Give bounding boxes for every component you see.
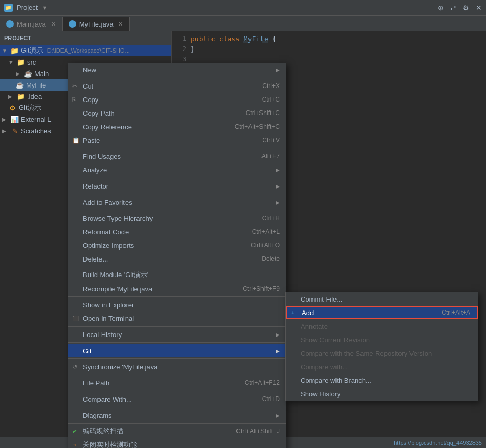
menu-compare-with[interactable]: Compare With... Ctrl+D (68, 392, 286, 406)
menu-copy-path-shortcut: Ctrl+Shift+C (246, 109, 280, 117)
separator (68, 407, 286, 407)
line-code-1: public class MyFile { (191, 35, 276, 43)
menu-refactor[interactable]: Refactor ▶ (68, 179, 286, 193)
tab-myfile-java[interactable]: MyFile.java ✕ (63, 17, 130, 31)
settings-btn[interactable]: ⚙ (463, 4, 469, 12)
separator (68, 210, 286, 210)
menu-cut-label: Cut (83, 82, 93, 90)
menu-copy-path[interactable]: Copy Path Ctrl+Shift+C (68, 106, 286, 120)
menu-analyze-label: Analyze (83, 166, 107, 174)
copy-icon: ⎘ (72, 96, 76, 103)
git-menu-annotate: Annotate (286, 319, 478, 333)
git-add-shortcut: Ctrl+Alt+A (442, 309, 470, 316)
myfile-java-tree-icon: ☕ (16, 81, 24, 89)
sidebar-header: Project (0, 31, 171, 45)
line-number-2: 2 (172, 45, 191, 53)
menu-show-explorer[interactable]: Show in Explorer (68, 298, 286, 312)
menu-add-favorites[interactable]: Add to Favorites ▶ (68, 195, 286, 209)
cut-icon: ✂ (72, 83, 77, 90)
menu-build-module-label: Build Module 'Git演示' (83, 270, 148, 280)
menu-copy-ref[interactable]: Copy Reference Ctrl+Alt+Shift+C (68, 120, 286, 133)
menu-copy[interactable]: ⎘ Copy Ctrl+C (68, 93, 286, 106)
menu-reformat[interactable]: Reformat Code Ctrl+Alt+L (68, 225, 286, 239)
tab-bar: Main.java ✕ MyFile.java ✕ (0, 16, 486, 31)
menu-paste-label: Paste (83, 136, 100, 144)
menu-reformat-shortcut: Ctrl+Alt+L (252, 228, 280, 235)
menu-browse-hierarchy-shortcut: Ctrl+H (262, 215, 280, 222)
tab-main-java[interactable]: Main.java ✕ (0, 17, 63, 31)
menu-analyze[interactable]: Analyze ▶ (68, 163, 286, 177)
line-code-2: } (191, 45, 195, 53)
add-btn[interactable]: ⊕ (438, 4, 444, 12)
menu-browse-hierarchy-label: Browse Type Hierarchy (83, 215, 153, 222)
separator (68, 296, 286, 297)
menu-find-usages-label: Find Usages (83, 153, 121, 160)
tab-main-close[interactable]: ✕ (51, 21, 56, 28)
separator (68, 178, 286, 178)
menu-recompile[interactable]: Recompile 'MyFile.java' Ctrl+Shift+F9 (68, 282, 286, 295)
tree-label-git: Git演示 (21, 46, 43, 55)
code-line-2: 2 } (172, 44, 486, 54)
separator (68, 391, 286, 391)
tab-myfile-label: MyFile.java (79, 20, 114, 28)
git-commit-label: Commit File... (301, 295, 342, 303)
paste-icon: 📋 (72, 137, 80, 144)
menu-diagrams[interactable]: Diagrams ▶ (68, 408, 286, 422)
git-menu-compare: Compare with... (286, 360, 478, 374)
context-menu: New ▶ ✂ Cut Ctrl+X ⎘ Copy Ctrl+C Copy Pa… (68, 63, 286, 448)
arrow-icon: ▶ (2, 117, 8, 122)
arrow-icon: ▼ (8, 59, 15, 65)
external-icon: 📊 (10, 115, 19, 123)
tree-label-external: External L (21, 116, 52, 123)
menu-code-scan[interactable]: ✔ 编码规约扫描 Ctrl+Alt+Shift+J (68, 425, 286, 438)
menu-optimize-imports[interactable]: Optimize Imports Ctrl+Alt+O (68, 239, 286, 252)
menu-browse-hierarchy[interactable]: Browse Type Hierarchy Ctrl+H (68, 211, 286, 225)
arrow-icon: ▶ (2, 128, 8, 134)
separator (68, 78, 286, 78)
menu-cut-shortcut: Ctrl+X (262, 82, 280, 90)
menu-copy-label: Copy (83, 96, 98, 104)
project-label: Project (17, 4, 38, 11)
close-btn[interactable]: ✕ (476, 4, 482, 12)
menu-compare-with-label: Compare With... (83, 395, 132, 403)
menu-synchronize[interactable]: ↺ Synchronize 'MyFile.java' (68, 360, 286, 374)
menu-new[interactable]: New ▶ (68, 63, 286, 77)
menu-close-detect[interactable]: ○ 关闭实时检测功能 (68, 438, 286, 448)
menu-delete[interactable]: Delete... Delete (68, 252, 286, 266)
status-url: https://blog.csdn.net/qq_44932835 (394, 440, 482, 446)
idea-folder-icon: 📁 (17, 92, 25, 101)
menu-new-label: New (83, 66, 96, 74)
menu-compare-shortcut: Ctrl+D (262, 395, 280, 403)
menu-file-path[interactable]: File Path Ctrl+Alt+F12 (68, 376, 286, 390)
menu-build-module[interactable]: Build Module 'Git演示' (68, 268, 286, 282)
add-icon: + (291, 309, 294, 316)
git-menu-add[interactable]: + Add Ctrl+Alt+A (286, 306, 478, 319)
menu-optimize-imports-label: Optimize Imports (83, 242, 134, 250)
menu-file-path-shortcut: Ctrl+Alt+F12 (245, 379, 280, 387)
submenu-arrow: ▶ (276, 67, 280, 73)
menu-optimize-shortcut: Ctrl+Alt+O (251, 242, 280, 249)
menu-paste[interactable]: 📋 Paste Ctrl+V (68, 133, 286, 147)
menu-cut[interactable]: ✂ Cut Ctrl+X (68, 79, 286, 93)
menu-local-history[interactable]: Local History ▶ (68, 328, 286, 341)
scratches-icon: ✎ (10, 127, 19, 135)
tab-myfile-close[interactable]: ✕ (118, 21, 123, 28)
src-folder-icon: 📁 (17, 58, 25, 66)
git-menu-commit[interactable]: Commit File... (286, 292, 478, 306)
menu-show-explorer-label: Show in Explorer (83, 301, 134, 309)
dropdown-icon[interactable]: ▼ (42, 5, 47, 11)
submenu-arrow: ▶ (276, 167, 280, 173)
separator (68, 267, 286, 267)
sync-icon: ↺ (72, 364, 77, 370)
git-file-icon: ⚙ (8, 104, 17, 112)
menu-open-terminal[interactable]: ⬛ Open in Terminal (68, 312, 286, 325)
menu-find-usages[interactable]: Find Usages Alt+F7 (68, 150, 286, 163)
menu-find-usages-shortcut: Alt+F7 (261, 153, 280, 160)
split-btn[interactable]: ⇄ (450, 4, 456, 12)
git-menu-show-history[interactable]: Show History (286, 387, 478, 401)
git-menu-compare-branch[interactable]: Compare with Branch... (286, 374, 478, 387)
menu-git[interactable]: Git ▶ (68, 344, 286, 357)
tree-item-git-root[interactable]: ▼ 📁 Git演示 D:\IDEA_Workspace\GIT-SHO... (0, 45, 171, 56)
menu-code-scan-label: 编码规约扫描 (83, 427, 123, 436)
separator (68, 148, 286, 148)
